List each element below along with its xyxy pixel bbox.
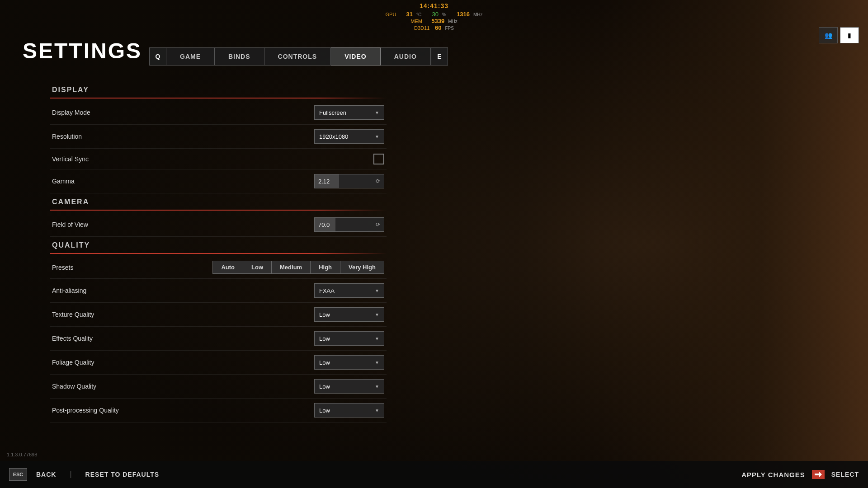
foliage-quality-dropdown[interactable]: Low ▼ (314, 355, 384, 370)
preset-high[interactable]: High (311, 261, 340, 274)
display-mode-value: Fullscreen (319, 109, 346, 116)
preset-low[interactable]: Low (243, 261, 272, 274)
gpu-label: GPU (385, 12, 402, 17)
texture-quality-value: Low (319, 311, 330, 318)
reset-defaults-button[interactable]: RESET TO DEFAULTS (85, 471, 160, 478)
shadow-quality-dropdown[interactable]: Low ▼ (314, 379, 384, 394)
vsync-checkbox[interactable] (373, 154, 384, 164)
nav-tabs: Q GAME BINDS CONTROLS VIDEO AUDIO E (149, 45, 448, 68)
shadow-quality-row: Shadow Quality Low ▼ (50, 375, 387, 399)
effects-quality-control: Low ▼ (314, 331, 384, 346)
effects-quality-value: Low (319, 335, 330, 342)
postprocessing-quality-row: Post-processing Quality Low ▼ (50, 399, 387, 422)
fov-slider[interactable]: 70.0 ⟳ (314, 217, 384, 232)
tab-video[interactable]: VIDEO (331, 47, 381, 66)
mem-clock: 5339 (431, 18, 444, 24)
gpu-load-unit: % (442, 12, 446, 17)
anti-aliasing-row: Anti-aliasing FXAA ▼ (50, 279, 387, 303)
fps-value: 60 (435, 24, 441, 31)
gpu-load: 30 (432, 11, 438, 18)
fov-row: Field of View 70.0 ⟳ (50, 213, 387, 237)
dropdown-arrow-icon: ▼ (375, 110, 379, 115)
mem-clock-unit: MHz (448, 19, 458, 24)
display-mode-control: Fullscreen ▼ (314, 105, 384, 120)
preset-buttons: Auto Low Medium High Very High (212, 261, 384, 274)
apply-changes-button[interactable]: APPLY CHANGES (741, 471, 805, 479)
vsync-control (373, 154, 384, 164)
back-button[interactable]: BACK (36, 471, 56, 478)
vsync-row: Vertical Sync (50, 149, 387, 169)
display-mode-row: Display Mode Fullscreen ▼ (50, 101, 387, 125)
gamma-row: Gamma 2.12 ⟳ (50, 169, 387, 193)
perf-stats: 14:41:33 GPU 31 °C 30 % 1316 MHz MEM 533… (385, 2, 482, 31)
postprocessing-quality-value: Low (319, 407, 330, 414)
separator: | (70, 470, 71, 479)
fov-control: 70.0 ⟳ (314, 217, 384, 232)
slider-icon: ⟳ (376, 178, 380, 184)
preset-auto[interactable]: Auto (212, 261, 243, 274)
resolution-dropdown[interactable]: 868x488 ▼ (314, 129, 384, 144)
dropdown-arrow-icon: ▼ (375, 384, 379, 389)
resolution-value: 868x488 (319, 133, 348, 140)
tab-next-arrow[interactable]: E (431, 47, 448, 66)
postprocessing-quality-dropdown[interactable]: Low ▼ (314, 403, 384, 418)
bottom-left-actions: ESC BACK | RESET TO DEFAULTS (9, 468, 159, 481)
tab-audio[interactable]: AUDIO (381, 47, 431, 66)
fov-label: Field of View (52, 221, 88, 228)
anti-aliasing-label: Anti-aliasing (52, 287, 86, 294)
display-mode-dropdown[interactable]: Fullscreen ▼ (314, 105, 384, 120)
effects-quality-label: Effects Quality (52, 335, 93, 342)
preset-very-high[interactable]: Very High (340, 261, 384, 274)
texture-quality-label: Texture Quality (52, 311, 94, 318)
tab-controls[interactable]: CONTROLS (264, 47, 331, 66)
select-label: SELECT (831, 471, 859, 478)
version-label: 1.1.3.0.77698 (7, 452, 37, 457)
postprocessing-quality-control: Low ▼ (314, 403, 384, 418)
gamma-slider[interactable]: 2.12 ⟳ (314, 174, 384, 188)
preset-medium[interactable]: Medium (272, 261, 311, 274)
presets-label: Presets (52, 264, 73, 271)
bottom-right-actions: APPLY CHANGES SELECT (741, 470, 859, 479)
anti-aliasing-dropdown[interactable]: FXAA ▼ (314, 283, 384, 298)
quality-section-header: QUALITY (50, 237, 387, 253)
anti-aliasing-control: FXAA ▼ (314, 283, 384, 298)
bottom-bar: ESC BACK | RESET TO DEFAULTS APPLY CHANG… (0, 461, 868, 488)
display-mode-label: Display Mode (52, 109, 90, 116)
shadow-quality-label: Shadow Quality (52, 383, 96, 390)
foliage-quality-row: Foliage Quality Low ▼ (50, 351, 387, 375)
gamma-control: 2.12 ⟳ (314, 174, 384, 188)
texture-quality-row: Texture Quality Low ▼ (50, 303, 387, 327)
fps-unit: FPS (445, 26, 454, 31)
tab-prev-arrow[interactable]: Q (149, 47, 166, 66)
shadow-quality-value: Low (319, 383, 330, 390)
texture-quality-dropdown[interactable]: Low ▼ (314, 307, 384, 322)
quality-divider (50, 253, 387, 254)
slider-icon: ⟳ (376, 221, 380, 228)
dropdown-arrow-icon: ▼ (375, 360, 379, 365)
gamma-value: 2.12 (318, 178, 330, 185)
presets-row: Presets Auto Low Medium High Very High (50, 256, 387, 279)
effects-quality-dropdown[interactable]: Low ▼ (314, 331, 384, 346)
tab-binds[interactable]: BINDS (215, 47, 264, 66)
resolution-control: 868x488 ▼ (314, 129, 384, 144)
dropdown-arrow-icon: ▼ (375, 288, 379, 293)
effects-quality-row: Effects Quality Low ▼ (50, 327, 387, 351)
dropdown-arrow-icon: ▼ (375, 134, 379, 139)
foliage-quality-control: Low ▼ (314, 355, 384, 370)
gamma-label: Gamma (52, 178, 75, 185)
texture-quality-control: Low ▼ (314, 307, 384, 322)
foliage-quality-value: Low (319, 359, 330, 366)
foliage-quality-label: Foliage Quality (52, 359, 94, 366)
settings-panel: DISPLAY Display Mode Fullscreen ▼ Resolu… (50, 81, 389, 456)
tab-game[interactable]: GAME (166, 47, 215, 66)
resolution-label: Resolution (52, 133, 82, 140)
camera-section-header: CAMERA (50, 193, 387, 210)
select-icon (812, 470, 825, 479)
esc-button[interactable]: ESC (9, 468, 27, 481)
gpu-temp-unit: °C (416, 12, 421, 17)
top-bar: 14:41:33 GPU 31 °C 30 % 1316 MHz MEM 533… (0, 0, 868, 45)
settings-scroll[interactable]: DISPLAY Display Mode Fullscreen ▼ Resolu… (50, 81, 389, 456)
gpu-temp: 31 (406, 11, 412, 18)
fov-value: 70.0 (318, 221, 330, 228)
postprocessing-quality-label: Post-processing Quality (52, 407, 119, 414)
